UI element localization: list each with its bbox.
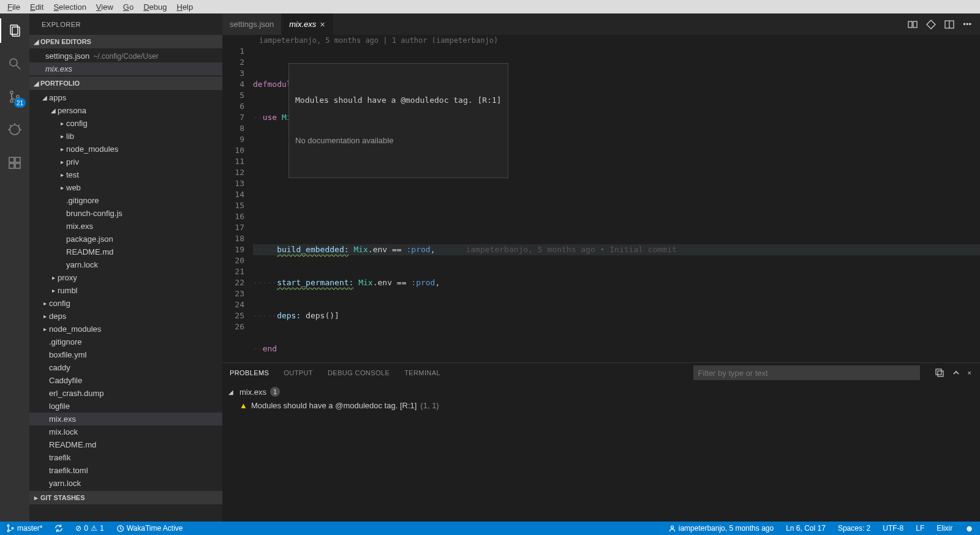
tree-item[interactable]: ▸web (29, 181, 222, 194)
tree-item-label: config (49, 299, 70, 308)
source-control-icon[interactable]: 21 (0, 84, 29, 109)
tree-item[interactable]: caddy (29, 361, 222, 374)
tree-item[interactable]: .gitignore (29, 335, 222, 348)
status-sync[interactable] (52, 522, 66, 535)
code-content[interactable]: Modules should have a @moduledoc tag. [R… (253, 35, 980, 362)
compare-icon[interactable] (908, 20, 918, 29)
tree-item[interactable]: package.json (29, 233, 222, 245)
menu-help[interactable]: Help (172, 1, 198, 13)
tree-item[interactable]: logfile (29, 400, 222, 413)
git-stashes-header[interactable]: ▸GIT STASHES (29, 491, 222, 504)
chevron-up-icon[interactable] (952, 369, 960, 377)
tab-settings-json[interactable]: settings.json (222, 13, 282, 35)
split-editor-icon[interactable] (944, 20, 954, 29)
svg-line-11 (10, 125, 11, 126)
tree-item[interactable]: mix.exs (29, 413, 222, 425)
panel-tab-problems[interactable]: PROBLEMS (230, 369, 269, 376)
extensions-icon[interactable] (0, 151, 29, 175)
tree-item[interactable]: brunch-config.js (29, 207, 222, 220)
status-gitlens[interactable]: iampeterbanjo, 5 months ago (666, 522, 776, 535)
file-tree: ◢apps◢persona▸config▸lib▸node_modules▸pr… (29, 90, 222, 491)
tree-item[interactable]: ▸config (29, 117, 222, 130)
tree-item-label: caddy (49, 363, 70, 372)
tree-item-label: yarn.lock (66, 260, 98, 269)
chevron-icon: ▸ (40, 300, 49, 307)
tree-item[interactable]: traefik.toml (29, 464, 222, 477)
tree-item[interactable]: Caddyfile (29, 374, 222, 387)
tree-item[interactable]: ◢apps (29, 91, 222, 104)
chevron-icon: ▸ (40, 326, 49, 332)
chevron-icon: ▸ (58, 171, 66, 178)
tree-item-label: Caddyfile (49, 376, 82, 385)
panel-tab-debug-console[interactable]: DEBUG CONSOLE (328, 369, 390, 376)
panel-tab-output[interactable]: OUTPUT (284, 369, 313, 376)
debug-icon[interactable] (0, 118, 29, 142)
tree-item[interactable]: ▸priv (29, 155, 222, 168)
status-cursor[interactable]: Ln 6, Col 17 (783, 522, 828, 535)
status-eol[interactable]: LF (913, 522, 927, 535)
tree-item[interactable]: ▸deps (29, 310, 222, 323)
problem-row[interactable]: ▲ Modules should have a @moduledoc tag. … (228, 398, 974, 412)
status-language[interactable]: Elixir (934, 522, 955, 535)
status-encoding[interactable]: UTF-8 (880, 522, 906, 535)
more-icon[interactable]: ••• (963, 20, 971, 29)
tree-item-label: proxy (58, 273, 77, 282)
open-editors-header[interactable]: ◢OPEN EDITORS (29, 35, 222, 48)
menu-selection[interactable]: Selection (48, 1, 91, 13)
tree-item[interactable]: yarn.lock (29, 258, 222, 271)
status-branch[interactable]: master* (4, 522, 45, 535)
tree-item[interactable]: erl_crash.dump (29, 387, 222, 400)
tree-item[interactable]: traefik (29, 451, 222, 464)
tree-item[interactable]: ▸node_modules (29, 323, 222, 335)
problems-file-row[interactable]: ◢ mix.exs 1 (228, 385, 974, 398)
tree-item[interactable]: ◢persona (29, 104, 222, 117)
close-icon[interactable]: × (320, 20, 325, 29)
open-editor-item[interactable]: mix.exs (29, 62, 222, 75)
menu-file[interactable]: File (2, 1, 25, 13)
menu-go[interactable]: Go (118, 1, 138, 13)
explorer-icon[interactable] (0, 18, 29, 43)
svg-point-23 (7, 525, 9, 526)
collapse-all-icon[interactable] (935, 368, 944, 378)
editor-body[interactable]: iampeterbanjo, 5 months ago | 1 author (… (222, 35, 980, 362)
svg-rect-21 (936, 369, 941, 375)
status-problems[interactable]: ⊘0 ⚠1 (73, 522, 106, 535)
tree-item[interactable]: ▸lib (29, 130, 222, 143)
tree-item-label: mix.exs (49, 414, 76, 424)
close-icon[interactable]: × (968, 369, 971, 376)
project-header[interactable]: ◢PORTFOLIO (29, 77, 222, 90)
chevron-icon: ▸ (58, 120, 66, 127)
chevron-icon: ▸ (58, 133, 66, 140)
problems-filter-input[interactable] (693, 365, 920, 380)
tree-item-label: README.md (66, 247, 113, 256)
tree-item[interactable]: ▸node_modules (29, 143, 222, 155)
panel-tab-terminal[interactable]: TERMINAL (404, 369, 440, 376)
status-wakatime[interactable]: WakaTime Active (114, 522, 186, 535)
search-icon[interactable] (0, 51, 29, 76)
tab-mix-exs[interactable]: mix.exs × (282, 13, 333, 35)
tree-item[interactable]: mix.exs (29, 220, 222, 233)
tree-item[interactable]: yarn.lock (29, 477, 222, 490)
panel-tabs: PROBLEMS OUTPUT DEBUG CONSOLE TERMINAL × (222, 363, 980, 383)
feedback-icon[interactable]: ☻ (962, 522, 976, 535)
tree-item[interactable]: ▸config (29, 297, 222, 310)
tree-item[interactable]: mix.lock (29, 425, 222, 438)
tree-item[interactable]: README.md (29, 245, 222, 258)
tree-item-label: node_modules (49, 324, 101, 334)
tree-item[interactable]: ▸rumbl (29, 284, 222, 297)
warning-icon: ▲ (239, 401, 247, 410)
tree-item[interactable]: ▸proxy (29, 271, 222, 284)
menu-view[interactable]: View (91, 1, 118, 13)
menu-debug[interactable]: Debug (138, 1, 172, 13)
tree-item[interactable]: .gitignore (29, 194, 222, 207)
status-spaces[interactable]: Spaces: 2 (835, 522, 873, 535)
diff-icon[interactable] (926, 20, 936, 29)
open-editor-item[interactable]: settings.json ~/.config/Code/User (29, 50, 222, 62)
tree-item-label: persona (58, 106, 86, 115)
editor-area: settings.json mix.exs × ••• iampeterbanj… (222, 13, 980, 522)
tree-item[interactable]: README.md (29, 438, 222, 451)
tree-item[interactable]: boxfile.yml (29, 348, 222, 361)
chevron-icon: ▸ (58, 146, 66, 152)
tree-item[interactable]: ▸test (29, 168, 222, 181)
menu-edit[interactable]: Edit (25, 1, 48, 13)
